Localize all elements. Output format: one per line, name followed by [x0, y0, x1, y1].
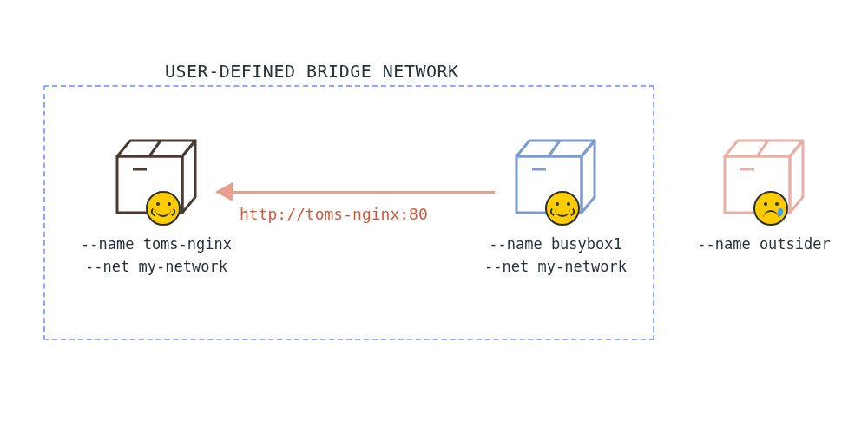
sad-face-icon — [753, 191, 788, 226]
container-net-label: --net my-network — [78, 255, 234, 278]
network-title: USER-DEFINED BRIDGE NETWORK — [165, 61, 459, 82]
container-net-label: --net my-network — [477, 255, 634, 278]
container-busybox1: --name busybox1 --net my-network — [477, 130, 634, 279]
container-toms-nginx: --name toms-nginx --net my-network — [78, 130, 234, 279]
tear-icon — [777, 208, 783, 217]
container-name-label: --name busybox1 — [477, 233, 634, 255]
happy-face-icon — [146, 191, 181, 226]
request-arrow — [217, 179, 495, 205]
arrow-line — [217, 191, 495, 194]
container-name-label: --name outsider — [686, 233, 842, 255]
container-outsider: --name outsider — [686, 130, 842, 255]
arrow-url-label: http://toms-nginx:80 — [240, 205, 428, 223]
container-name-label: --name toms-nginx — [78, 233, 234, 255]
diagram-canvas: USER-DEFINED BRIDGE NETWORK http://toms-… — [0, 0, 868, 434]
happy-face-icon — [545, 191, 580, 226]
